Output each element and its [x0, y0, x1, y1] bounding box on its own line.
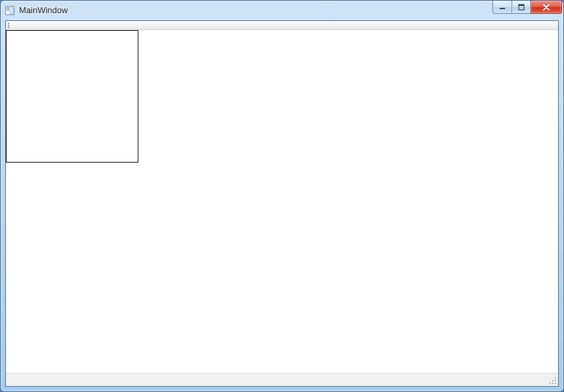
client-area: [5, 20, 559, 387]
svg-rect-17: [550, 383, 551, 384]
svg-rect-5: [500, 8, 505, 9]
app-icon: [5, 5, 15, 16]
window-title: MainWindow: [19, 1, 68, 20]
svg-rect-1: [7, 7, 9, 8]
svg-rect-15: [553, 381, 554, 382]
svg-rect-14: [555, 378, 556, 379]
window-frame: MainWindow: [0, 0, 564, 392]
svg-rect-18: [553, 383, 554, 384]
svg-rect-19: [555, 383, 556, 384]
svg-rect-2: [7, 9, 9, 9]
svg-rect-3: [7, 10, 9, 10]
central-widget: [6, 30, 558, 373]
svg-rect-7: [519, 5, 524, 6]
svg-rect-16: [555, 381, 556, 382]
svg-rect-4: [10, 7, 13, 14]
window-controls: [493, 1, 562, 14]
toolbar-grip-icon: [8, 23, 10, 28]
content-panel: [6, 30, 138, 163]
toolbar[interactable]: [6, 21, 558, 30]
size-grip[interactable]: [548, 376, 557, 385]
close-button[interactable]: [531, 1, 562, 14]
statusbar: [6, 373, 558, 386]
titlebar[interactable]: MainWindow: [1, 1, 563, 20]
minimize-button[interactable]: [493, 1, 512, 14]
maximize-button[interactable]: [512, 1, 531, 14]
